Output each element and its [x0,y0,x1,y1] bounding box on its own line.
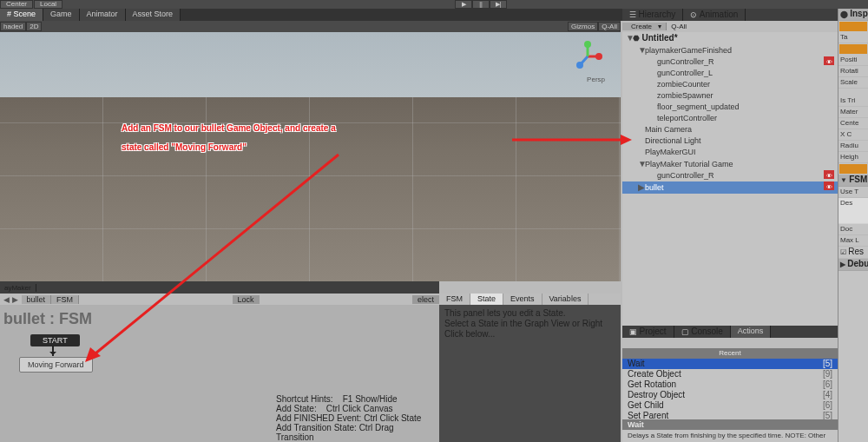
state-hint: This panel lets you edit a State.Select … [439,305,621,343]
hierarchy-item[interactable]: ▶bullet👁 [622,181,838,194]
mode-2d-toggle[interactable]: 2D [26,22,42,31]
step-button[interactable]: ▶| [490,0,507,9]
start-node[interactable]: START [30,334,80,346]
description-field[interactable]: Des [838,198,868,224]
playmaker-breadcrumb: ◀ ▶ bullet FSM Lock elect [0,294,439,305]
scene-viewport[interactable]: Persp [0,32,621,281]
hierarchy-item[interactable]: ▼PlayMaker Tutorial Game [622,158,838,170]
hierarchy-item[interactable]: ▼playmakerGameFinished [622,44,838,56]
fsm-graph-canvas[interactable]: bullet : FSM START Moving Forward Shortc… [0,305,439,442]
pivot-center-toggle[interactable]: Center [0,0,33,9]
tab-console[interactable]: ▢ Console [674,326,731,338]
actions-recent-header: Recent [622,348,838,359]
bottom-panel-tabs: ▣ Project ▢ Console Actions [622,326,838,338]
tab-asset-store[interactable]: Asset Store [126,9,181,21]
center-row[interactable]: Cente [838,118,868,129]
state-editor-panel[interactable]: This panel lets you edit a State.Select … [439,305,621,442]
hierarchy-item[interactable]: Main Camera [622,124,838,135]
playmaker-panel-tab: ayMaker [0,281,439,294]
hierarchy-tree[interactable]: ▼⬣ Untitled* ▼playmakerGameFinishedgunCo… [622,32,838,326]
tab-actions[interactable]: Actions [731,326,772,338]
tab-project[interactable]: ▣ Project [622,326,674,338]
inspector-panel[interactable]: ⬤ Insp Ta Positi Rotati Scale Is Tri Mat… [838,9,868,442]
tab-animation[interactable]: ⊙ Animation [683,9,746,21]
play-button[interactable]: ▶ [455,0,472,9]
shading-mode-dropdown[interactable]: haded [0,22,26,31]
play-controls: ▶ || ▶| [455,0,507,9]
svg-point-5 [584,41,591,48]
tag-row[interactable]: Ta [838,32,868,43]
tab-fsm[interactable]: FSM [439,294,470,305]
component-icon [839,164,867,174]
position-row[interactable]: Positi [838,55,868,66]
pause-button[interactable]: || [472,0,490,9]
hierarchy-item[interactable]: zombieSpawner [622,90,838,102]
action-detail-desc: Delays a State from finishing by the spe… [622,430,838,442]
breadcrumb-gameobject[interactable]: bullet [22,295,52,304]
inspector-tab[interactable]: ⬤ Insp [838,9,868,21]
tab-game[interactable]: Game [43,9,80,21]
docs-row[interactable]: Doc [838,224,868,235]
tab-scene[interactable]: # Scene [0,9,43,21]
transition-arrow [52,346,54,356]
projection-label[interactable]: Persp [587,76,605,83]
transform-toolbar: Center Local [0,0,868,9]
hierarchy-item[interactable]: zombieCounter [622,79,838,90]
action-row[interactable]: Get Rotation[6] [622,379,838,390]
tab-state[interactable]: State [470,294,503,305]
hierarchy-item[interactable]: PlayMakerGUI [622,147,838,158]
rotation-row[interactable]: Rotati [838,66,868,77]
select-button[interactable]: elect [412,295,439,304]
fsm-inspector-tabs: FSM State Events Variables [439,294,621,305]
radius-row[interactable]: Radiu [838,141,868,152]
hierarchy-tabs: ☰ Hierarchy ⊙ Animation [622,9,838,21]
create-dropdown[interactable]: Create ▾ [622,23,667,30]
tab-events[interactable]: Events [503,294,542,305]
actions-toolbar [622,338,838,348]
center-x-row[interactable]: X C [838,129,868,141]
orientation-gizmo[interactable] [570,39,605,76]
action-row[interactable]: Destroy Object[4] [622,390,838,400]
action-row[interactable]: Create Object[9] [622,369,838,379]
hierarchy-item[interactable]: gunController_R👁 [622,170,838,181]
max-loop-row[interactable]: Max L [838,235,868,247]
hierarchy-item[interactable]: teleportController [622,113,838,124]
scene-root[interactable]: ▼⬣ Untitled* [622,32,838,44]
action-row[interactable]: Get Child[6] [622,400,838,411]
breadcrumb-fsm[interactable]: FSM [51,295,79,304]
hierarchy-item[interactable]: gunController_L [622,68,838,79]
reset-row[interactable]: ☑ Res [838,247,868,259]
hierarchy-search[interactable]: Q-All [667,23,691,30]
debug-header[interactable]: ▶ Debu [838,259,868,271]
tab-variables[interactable]: Variables [542,294,589,305]
action-row[interactable]: Wait[5] [622,359,838,369]
material-row[interactable]: Mater [838,107,868,118]
annotation-text: Add an FSM to our bullet Game Object, an… [122,118,336,156]
use-template-row[interactable]: Use T [838,187,868,198]
scale-row[interactable]: Scale [838,77,868,89]
fsm-component-header[interactable]: ▼ FSM [838,175,868,187]
space-local-toggle[interactable]: Local [34,0,62,9]
tab-animator[interactable]: Animator [80,9,126,21]
lock-toggle[interactable]: Lock [233,295,260,304]
svg-point-4 [595,53,602,60]
hierarchy-item[interactable]: floor_segment_updated [622,102,838,113]
is-trigger-row[interactable]: Is Tri [838,96,868,107]
shortcut-hints: Shortcut Hints: F1 Show/Hide Add State: … [276,394,432,442]
gameobject-icon [839,22,867,31]
gizmos-dropdown[interactable]: Gizmos [568,22,598,31]
hierarchy-item[interactable]: gunController_R👁 [622,56,838,68]
tab-hierarchy[interactable]: ☰ Hierarchy [622,9,683,21]
scene-control-bar: haded 2D Gizmos Q-All [0,21,621,32]
scene-search[interactable]: Q-All [598,22,621,31]
height-row[interactable]: Heigh [838,152,868,163]
playmaker-tab-label: ayMaker [0,284,36,292]
transform-icon [839,44,867,54]
hierarchy-item[interactable]: Directional Light [622,135,838,147]
svg-point-6 [576,62,583,69]
state-moving-forward[interactable]: Moving Forward [19,357,93,373]
graph-title: bullet : FSM [3,310,92,328]
action-detail-title: Wait [622,419,838,430]
hierarchy-toolbar: Create ▾ Q-All [622,21,838,32]
